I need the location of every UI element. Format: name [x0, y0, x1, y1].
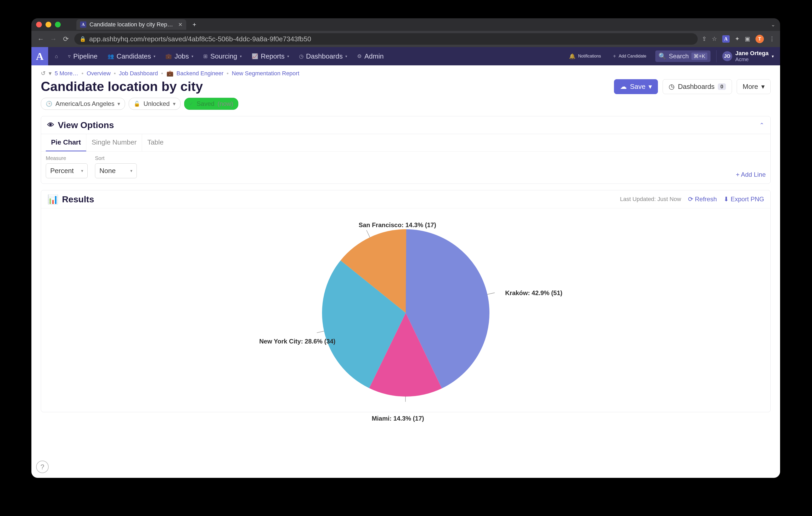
briefcase-icon: 💼	[165, 53, 172, 59]
collapse-icon[interactable]: ⌃	[759, 122, 764, 129]
briefcase-icon: 💼	[166, 70, 173, 77]
download-icon: ⬇	[724, 195, 729, 203]
svg-line-2	[317, 331, 324, 333]
chevron-down-icon: ▾	[192, 54, 193, 58]
refresh-button[interactable]: ⟳ Refresh	[688, 195, 717, 203]
share-icon[interactable]: ⇪	[702, 35, 706, 42]
breadcrumb-item[interactable]: New Segmentation Report	[232, 70, 299, 77]
notifications-button[interactable]: 🔔Notifications	[566, 51, 604, 61]
saved-chip: ✓Saved(now)	[184, 98, 238, 110]
nav-jobs[interactable]: 💼Jobs▾	[162, 50, 197, 62]
gauge-icon: ◷	[299, 53, 303, 59]
last-updated-text: Last Updated: Just Now	[620, 196, 681, 203]
pie-chart-svg	[317, 224, 495, 402]
extensions-icon[interactable]: ✦	[735, 35, 740, 42]
dashboards-count-badge: 0	[718, 83, 726, 90]
new-tab-button[interactable]: +	[193, 21, 196, 28]
dashboards-button[interactable]: ◷Dashboards0	[663, 79, 732, 94]
chevron-down-icon: ▾	[117, 101, 120, 107]
nav-pipeline[interactable]: ▿Pipeline	[65, 50, 101, 62]
view-options-panel: 👁View Options ⌃ Pie Chart Single Number …	[41, 116, 771, 184]
app-topnav: A ⌂ ▿Pipeline 👥Candidates▾ 💼Jobs▾ ⊞Sourc…	[31, 47, 780, 65]
pie-slice-label: New York City: 28.6% (34)	[259, 338, 336, 345]
sort-select[interactable]: None▾	[95, 163, 137, 178]
help-button[interactable]: ?	[36, 461, 49, 473]
save-button[interactable]: ☁Save▾	[614, 79, 658, 94]
save-icon: ☁	[620, 83, 627, 91]
timezone-chip[interactable]: 🕒America/Los Angeles▾	[41, 98, 125, 110]
breadcrumb-item[interactable]: Job Dashboard	[119, 70, 158, 77]
chevron-down-icon[interactable]: ▾	[49, 70, 52, 77]
back-button[interactable]: ←	[37, 35, 45, 43]
lock-icon: 🔒	[80, 36, 86, 42]
chevron-down-icon: ▾	[81, 168, 83, 173]
results-panel: 📊Results Last Updated: Just Now ⟳ Refres…	[41, 190, 771, 412]
panel-icon[interactable]: ▣	[745, 35, 750, 42]
history-icon[interactable]: ↺	[41, 70, 46, 77]
measure-select[interactable]: Percent▾	[46, 163, 88, 178]
add-candidate-button[interactable]: +Add Candidate	[610, 51, 649, 61]
bookmark-icon[interactable]: ☆	[712, 35, 717, 42]
home-icon: ⌂	[55, 53, 58, 59]
user-avatar: JO	[722, 51, 732, 61]
chevron-down-icon: ▾	[130, 168, 133, 173]
breadcrumb-more[interactable]: 5 More…	[55, 70, 78, 77]
more-button[interactable]: More▾	[737, 79, 771, 94]
tab-close-icon[interactable]: ✕	[178, 22, 182, 28]
chevron-down-icon: ▾	[240, 54, 242, 58]
nav-dashboards[interactable]: ◷Dashboards▾	[296, 50, 350, 62]
browser-titlebar: A Candidate location by city Rep… ✕ + ⌄	[31, 18, 780, 31]
nav-admin[interactable]: ⚙Admin	[354, 50, 387, 62]
sort-label: Sort	[95, 155, 137, 161]
address-bar[interactable]: 🔒 app.ashbyhq.com/reports/saved/4abf8c5c…	[74, 33, 698, 45]
chevron-down-icon: ▾	[153, 54, 155, 58]
nav-reports[interactable]: 📈Reports▾	[249, 50, 292, 62]
user-menu[interactable]: JO Jane Ortega Acme ▾	[716, 50, 774, 62]
export-png-button[interactable]: ⬇ Export PNG	[724, 195, 764, 203]
browser-menu-icon[interactable]: ⋮	[769, 35, 775, 42]
browser-tab[interactable]: A Candidate location by city Rep… ✕	[77, 19, 186, 30]
breadcrumb-item[interactable]: Backend Engineer	[177, 70, 224, 77]
user-name: Jane Ortega	[735, 50, 768, 57]
tab-favicon: A	[80, 22, 86, 28]
reload-button[interactable]: ⟳	[62, 35, 70, 43]
gear-icon: ⚙	[357, 53, 362, 59]
browser-toolbar: ← → ⟳ 🔒 app.ashbyhq.com/reports/saved/4a…	[31, 31, 780, 47]
tab-pie-chart[interactable]: Pie Chart	[46, 134, 86, 151]
search-shortcut: ⌘+K	[691, 53, 707, 60]
search-button[interactable]: 🔍Search⌘+K	[655, 51, 710, 62]
tabs-overflow-icon[interactable]: ⌄	[771, 22, 775, 28]
measure-label: Measure	[46, 155, 88, 161]
svg-line-3	[367, 230, 370, 237]
breadcrumb: ↺ ▾ 5 More… • Overview • Job Dashboard •…	[41, 70, 771, 77]
pie-slice-label: San Francisco: 14.3% (17)	[359, 221, 436, 229]
breadcrumb-item[interactable]: Overview	[87, 70, 111, 77]
home-button[interactable]: ⌂	[52, 51, 61, 61]
pie-slice-label: Miami: 14.3% (17)	[372, 415, 424, 422]
user-org: Acme	[735, 57, 768, 62]
unlock-icon: 🔓	[134, 101, 140, 107]
ashby-extension-icon[interactable]: A	[722, 35, 730, 42]
chart-icon: 📈	[252, 53, 258, 59]
tab-table[interactable]: Table	[142, 134, 169, 151]
clock-icon: 🕒	[46, 101, 52, 107]
chevron-down-icon: ▾	[287, 54, 289, 58]
results-heading: Results	[62, 194, 94, 205]
app-logo[interactable]: A	[31, 47, 48, 65]
tab-single-number[interactable]: Single Number	[86, 134, 142, 151]
refresh-icon: ⟳	[688, 195, 693, 203]
gauge-icon: ◷	[669, 83, 675, 91]
nav-sourcing[interactable]: ⊞Sourcing▾	[200, 50, 245, 62]
lock-chip[interactable]: 🔓Unlocked▾	[129, 98, 180, 110]
funnel-icon: ▿	[68, 53, 70, 59]
profile-avatar[interactable]: T	[755, 35, 764, 43]
chart-icon: 📊	[47, 194, 58, 205]
nav-candidates[interactable]: 👥Candidates▾	[105, 50, 159, 62]
chevron-down-icon: ▾	[648, 83, 652, 91]
add-line-button[interactable]: + Add Line	[736, 171, 766, 178]
svg-line-0	[487, 293, 495, 295]
maximize-window-icon[interactable]	[55, 22, 61, 27]
view-options-heading: View Options	[58, 120, 114, 130]
close-window-icon[interactable]	[36, 22, 42, 27]
minimize-window-icon[interactable]	[46, 22, 51, 27]
